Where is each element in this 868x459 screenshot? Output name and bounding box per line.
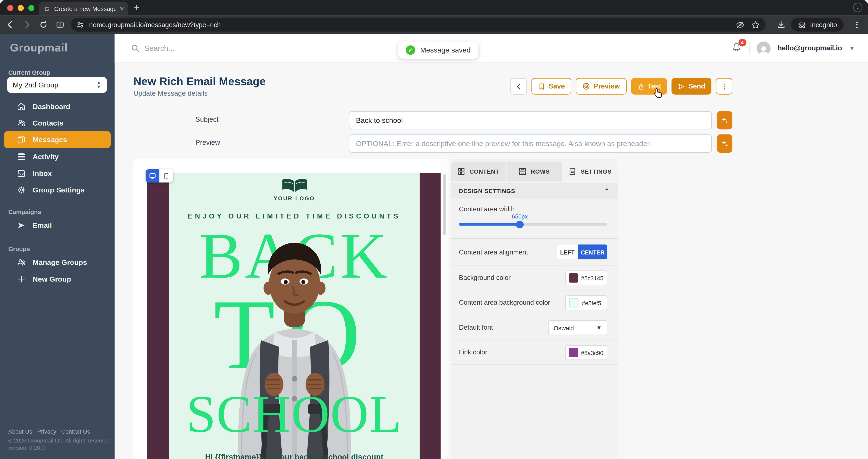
back-button[interactable] bbox=[510, 78, 527, 94]
sidebar-item-inbox[interactable]: Inbox bbox=[0, 165, 115, 181]
minimize-window-button[interactable] bbox=[18, 5, 24, 11]
sidebar-item-new-group[interactable]: New Group bbox=[0, 270, 115, 287]
default-font-select[interactable]: Oswald ▼ bbox=[548, 320, 607, 335]
tab-close-icon[interactable]: × bbox=[120, 5, 124, 12]
favicon: G bbox=[43, 5, 51, 12]
test-button[interactable]: Test bbox=[631, 78, 667, 94]
page-title: New Rich Email Message bbox=[133, 75, 266, 88]
window-controls[interactable] bbox=[7, 5, 34, 11]
reload-icon[interactable] bbox=[36, 18, 50, 31]
alignment-label: Content area alignment bbox=[459, 248, 528, 256]
save-button[interactable]: Save bbox=[531, 78, 571, 94]
collapse-chevron-icon[interactable]: ⌃ bbox=[604, 187, 610, 194]
mouse-cursor-icon bbox=[654, 88, 663, 98]
notifications-button[interactable]: 4 bbox=[731, 42, 742, 55]
close-window-button[interactable] bbox=[7, 5, 13, 11]
content-width-row: Content area width 650px bbox=[451, 199, 618, 239]
preview-input[interactable] bbox=[349, 134, 712, 153]
preview-scrollbar[interactable] bbox=[440, 159, 448, 459]
background-color-picker[interactable]: #5c3145 bbox=[565, 270, 607, 285]
mobile-view-button[interactable] bbox=[159, 169, 173, 183]
incognito-icon bbox=[798, 21, 807, 29]
tab-rows[interactable]: ROWS bbox=[506, 162, 562, 182]
sidebar-item-messages[interactable]: Messages bbox=[4, 131, 111, 148]
desktop-icon bbox=[149, 172, 156, 179]
align-left-button[interactable]: LEFT bbox=[557, 244, 578, 260]
bookmark-star-icon[interactable] bbox=[751, 20, 761, 29]
preview-ai-button[interactable] bbox=[717, 134, 733, 153]
kebab-menu-icon bbox=[720, 83, 728, 90]
more-actions-button[interactable] bbox=[716, 78, 733, 94]
groupmail-logo[interactable]: Groupmail bbox=[10, 41, 68, 54]
design-settings-header[interactable]: DESIGN SETTINGS ⌃ bbox=[451, 183, 618, 199]
background-color-swatch[interactable] bbox=[569, 273, 578, 283]
link-color-swatch[interactable] bbox=[569, 348, 578, 357]
link-color-label: Link color bbox=[459, 349, 487, 356]
user-email[interactable]: hello@groupmail.io bbox=[778, 44, 842, 52]
content-bg-color-picker[interactable]: #e5fef5 bbox=[565, 295, 607, 310]
incognito-label: Incognito bbox=[810, 21, 837, 29]
inbox-icon bbox=[17, 168, 26, 177]
tab-search-icon[interactable]: ⌄ bbox=[853, 3, 862, 12]
footer-link-contact[interactable]: Contact Us bbox=[61, 428, 90, 435]
password-eye-off-icon[interactable] bbox=[736, 20, 745, 29]
sidebar-item-group-settings[interactable]: Group Settings bbox=[0, 182, 115, 198]
sidebar-item-manage-groups[interactable]: Manage Groups bbox=[0, 254, 115, 270]
send-button[interactable]: Send bbox=[672, 78, 711, 94]
tab-settings[interactable]: SETTINGS bbox=[562, 162, 618, 182]
sidebar-item-label: Messages bbox=[33, 135, 67, 144]
person-icon bbox=[757, 46, 769, 55]
align-center-button[interactable]: CENTER bbox=[578, 244, 607, 260]
footer-link-privacy[interactable]: Privacy bbox=[37, 428, 56, 435]
current-group-label: Current Group bbox=[8, 69, 50, 76]
default-font-label: Default font bbox=[459, 324, 493, 331]
preview-button[interactable]: Preview bbox=[576, 78, 626, 94]
content-width-slider[interactable]: 650px bbox=[459, 223, 607, 226]
footer-link-about[interactable]: About Us bbox=[8, 428, 32, 435]
download-icon[interactable] bbox=[775, 18, 788, 31]
new-tab-button[interactable]: + bbox=[134, 3, 139, 13]
sidebar-item-activity[interactable]: Activity bbox=[0, 148, 115, 165]
maximize-window-button[interactable] bbox=[28, 5, 34, 11]
search-icon bbox=[130, 44, 140, 53]
scrollbar-thumb[interactable] bbox=[443, 174, 446, 235]
send-filled-icon bbox=[17, 220, 26, 230]
back-icon[interactable] bbox=[3, 18, 17, 31]
background-color-row: Background color #5c3145 bbox=[451, 265, 618, 291]
subject-ai-button[interactable] bbox=[717, 111, 733, 129]
device-toggle bbox=[146, 169, 173, 183]
desktop-view-button[interactable] bbox=[146, 169, 159, 183]
avatar[interactable] bbox=[756, 41, 770, 55]
forward-icon[interactable] bbox=[20, 18, 33, 31]
success-check-icon: ✓ bbox=[406, 45, 415, 55]
address-bar[interactable]: nemo.groupmail.io/messages/new?type=rich bbox=[71, 18, 766, 32]
email-canvas[interactable]: YOUR LOGO ENJOY OUR LIMITED TIME DISCOUN… bbox=[147, 173, 440, 459]
split-view-icon[interactable] bbox=[53, 18, 66, 31]
select-chevrons-icon: ▲▼ bbox=[96, 81, 101, 89]
mobile-icon bbox=[163, 172, 170, 179]
tab-content[interactable]: CONTENT bbox=[451, 162, 506, 182]
builder-settings-panel: CONTENT ROWS SETTINGS DESIGN SETTINGS ⌃ … bbox=[451, 159, 618, 459]
site-settings-icon[interactable] bbox=[76, 21, 84, 29]
sidebar-item-dashboard[interactable]: Dashboard bbox=[0, 98, 115, 114]
link-color-picker[interactable]: #8a3c90 bbox=[565, 345, 607, 360]
email-content-area[interactable]: YOUR LOGO ENJOY OUR LIMITED TIME DISCOUN… bbox=[169, 173, 420, 459]
version-text: version: 0.26.0 bbox=[8, 445, 111, 451]
slider-thumb[interactable] bbox=[516, 220, 524, 228]
tab-title: Create a new Message bbox=[54, 5, 116, 12]
sidebar-item-email[interactable]: Email bbox=[0, 217, 115, 233]
search-input[interactable]: Search... bbox=[130, 44, 174, 53]
save-label: Save bbox=[549, 83, 565, 90]
incognito-badge: Incognito bbox=[791, 18, 844, 32]
subject-input[interactable] bbox=[349, 111, 712, 129]
content-bg-color-label: Content area background color bbox=[459, 299, 550, 306]
content-bg-color-swatch[interactable] bbox=[569, 298, 578, 307]
url-text[interactable]: nemo.groupmail.io/messages/new?type=rich bbox=[89, 21, 731, 29]
messages-icon bbox=[17, 135, 26, 144]
browser-menu-icon[interactable] bbox=[850, 18, 864, 31]
sidebar: Groupmail Current Group My 2nd Group ▲▼ … bbox=[0, 34, 115, 459]
group-select[interactable]: My 2nd Group ▲▼ bbox=[7, 77, 107, 93]
sidebar-item-contacts[interactable]: Contacts bbox=[0, 114, 115, 131]
browser-tab[interactable]: G Create a new Message × bbox=[39, 2, 128, 15]
user-menu-chevron-icon[interactable]: ▼ bbox=[849, 45, 855, 51]
